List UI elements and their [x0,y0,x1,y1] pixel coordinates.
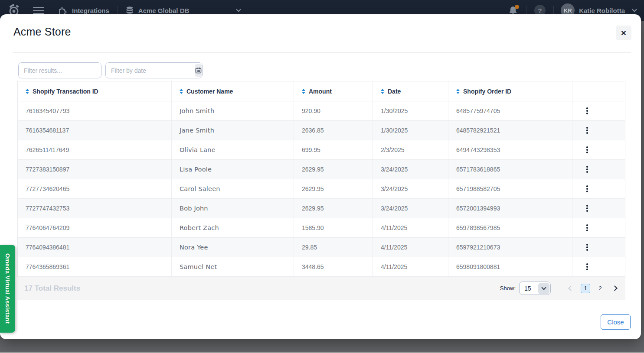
row-menu-kebab-icon[interactable] [584,124,591,136]
table-row: 7764094386481Nora Yee29.854/11/202565979… [18,238,625,257]
table-header: Shopify Transaction IDCustomer NameAmoun… [18,81,625,101]
user-name[interactable]: Katie Robilotta [579,7,625,14]
acme-store-modal: Acme Store ✕ Shopify Transaction IDCusto… [0,14,641,339]
table-header-cell[interactable]: Date [373,81,448,101]
table-row: 7727747432753Bob John2629.953/24/2025657… [18,199,625,218]
page-button[interactable]: 1 [581,284,590,293]
cell-transaction-id: 7626511417649 [18,140,172,159]
cell-customer-name: Bob John [172,199,294,218]
column-label: Customer Name [186,88,233,95]
sort-icon [26,89,29,94]
cell-date: 4/11/2025 [373,218,448,237]
page-title: Acme Store [13,26,71,38]
cell-order-id: 6494743298353 [448,140,572,159]
column-label: Amount [309,88,332,95]
cell-order-id: 6597921210673 [448,238,572,257]
close-icon[interactable]: ✕ [616,26,631,40]
cell-customer-name: Jane Smith [172,121,294,140]
cell-amount: 3448.65 [294,257,373,276]
header-divider [13,52,631,53]
cell-customer-name: Olivia Lane [172,140,294,159]
menu-hamburger-icon[interactable] [33,7,44,14]
topbar-divider [553,6,554,15]
filter-date-input[interactable] [106,63,195,78]
cell-order-id: 6485782921521 [448,121,572,140]
row-menu-kebab-icon[interactable] [584,183,591,195]
row-menu-kebab-icon[interactable] [584,144,591,156]
table-row: 7764365869361Samuel Net3448.654/11/20256… [18,257,625,277]
cell-amount: 29.85 [294,238,373,257]
chevron-down-icon [538,283,549,294]
cell-actions [572,257,625,276]
row-menu-kebab-icon[interactable] [584,105,591,117]
close-button[interactable]: Close [601,314,631,330]
cell-transaction-id: 7727734620465 [18,179,172,198]
page-button[interactable]: 2 [595,284,605,293]
cell-date: 4/11/2025 [373,257,448,276]
cell-date: 1/30/2025 [373,101,448,120]
table-row: 7616345407793John Smith920.901/30/202564… [18,101,625,121]
page-size-value: 15 [520,285,531,292]
table-footer: 17 Total Results Show: 15 12 [17,277,625,300]
cell-customer-name: John Smith [172,101,294,120]
cell-amount: 2636.85 [294,121,373,140]
cell-transaction-id: 7616345407793 [18,101,172,120]
cell-amount: 920.90 [294,101,373,120]
cell-transaction-id: 7727747432753 [18,199,172,218]
total-results-label: 17 Total Results [24,284,80,293]
cell-actions [572,121,625,140]
topbar-divider [118,6,118,15]
user-menu-chevron-icon[interactable] [632,7,637,12]
previous-page-button[interactable] [567,285,575,292]
table-row: 7764064764209Robert Zach1585.904/11/2025… [18,218,625,238]
cell-transaction-id: 7764094386481 [18,238,172,257]
virtual-assistant-tab[interactable]: Omeda Virtual Assistant [0,245,15,333]
transactions-table: Shopify Transaction IDCustomer NameAmoun… [17,81,625,277]
row-menu-kebab-icon[interactable] [584,222,591,234]
cell-transaction-id: 7727383150897 [18,160,172,179]
chevron-down-icon[interactable] [236,7,241,12]
pagination-pages: 12 [581,284,605,293]
next-page-button[interactable] [611,285,618,292]
table-header-cell[interactable]: Shopify Order ID [448,81,572,101]
row-menu-kebab-icon[interactable] [584,261,591,273]
row-menu-kebab-icon[interactable] [584,202,591,214]
cell-date: 3/24/2025 [373,199,448,218]
cell-order-id: 6597898567985 [448,218,572,237]
sort-icon [381,89,384,94]
cell-customer-name: Samuel Net [172,257,294,276]
cell-amount: 2629.95 [294,199,373,218]
cell-actions [572,160,625,179]
database-selector-label[interactable]: Acme Global DB [138,7,190,14]
cell-actions [572,199,625,218]
table-header-cell[interactable]: Amount [294,81,373,101]
cell-customer-name: Nora Yee [172,238,294,257]
cell-actions [572,140,625,159]
table-row: 7727383150897Lisa Poole2629.953/24/20256… [18,160,625,179]
cell-order-id: 6598091800881 [448,257,572,276]
filter-bar [18,62,203,78]
cell-order-id: 6485775974705 [448,101,572,120]
column-label: Shopify Transaction ID [33,88,98,95]
page-size-select[interactable]: 15 [519,282,551,295]
row-menu-kebab-icon[interactable] [584,241,591,253]
cell-transaction-id: 7616354681137 [18,121,172,140]
cell-transaction-id: 7764365869361 [18,257,172,276]
show-label: Show: [500,285,516,291]
table-header-cell[interactable]: Shopify Transaction ID [18,81,172,101]
cell-order-id: 6571988582705 [448,179,572,198]
cell-order-id: 6572001394993 [448,199,572,218]
table-row: 7616354681137Jane Smith2636.851/30/20256… [18,121,625,140]
cell-date: 1/30/2025 [373,121,448,140]
cell-amount: 1585.90 [294,218,373,237]
calendar-icon[interactable] [195,64,202,77]
cell-transaction-id: 7764064764209 [18,218,172,237]
cell-actions [572,101,625,120]
row-menu-kebab-icon[interactable] [584,163,591,175]
nav-integrations[interactable]: Integrations [72,7,109,14]
table-body: 7616345407793John Smith920.901/30/202564… [18,101,625,277]
cell-actions [572,179,625,198]
table-header-cell[interactable]: Customer Name [172,81,294,101]
column-label: Shopify Order ID [463,88,511,95]
filter-results-input[interactable] [18,62,101,78]
